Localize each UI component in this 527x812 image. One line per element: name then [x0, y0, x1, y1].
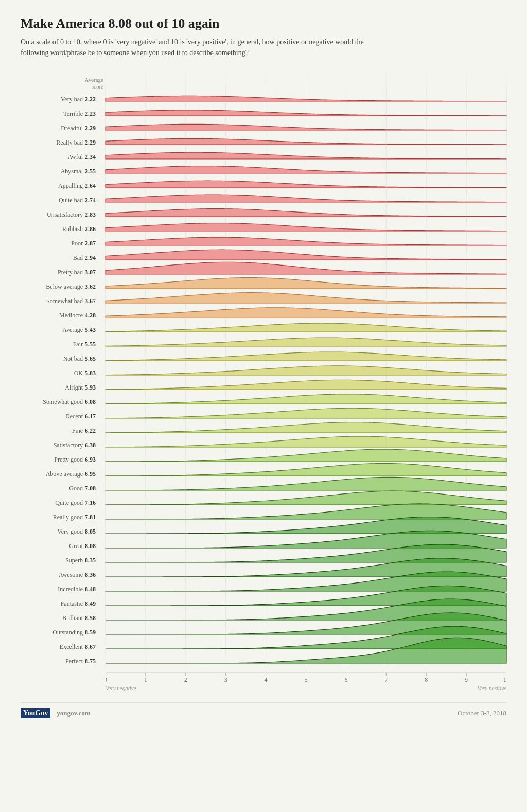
label-score: 8.49 [85, 600, 103, 608]
label-word: Alright [65, 384, 83, 392]
brand-logo: YouGov [21, 708, 50, 718]
labels-column: Averagescore Very bad2.22Terrible2.23Dre… [21, 74, 106, 692]
label-word: Awesome [59, 571, 83, 579]
label-row: Decent6.17 [21, 409, 103, 423]
label-word: Bad [73, 254, 83, 262]
label-row: Very bad2.22 [21, 92, 103, 107]
label-word: Satisfactory [54, 442, 83, 449]
label-score: 6.93 [85, 456, 103, 464]
avg-score-header: Averagescore [85, 74, 103, 92]
label-score: 2.22 [85, 96, 103, 103]
label-score: 2.87 [85, 240, 103, 248]
label-score: 8.35 [85, 557, 103, 564]
label-word: Pretty bad [58, 269, 83, 276]
label-score: 8.59 [85, 629, 103, 637]
label-score: 8.58 [85, 614, 103, 622]
label-score: 2.74 [85, 197, 103, 204]
footer-date: October 3-8, 2018 [458, 709, 506, 717]
label-word: Very bad [61, 96, 83, 103]
label-row: Not bad5.65 [21, 351, 103, 366]
ridgeline-row [106, 654, 506, 668]
svg-text:9: 9 [465, 676, 468, 683]
svg-text:10: 10 [503, 676, 506, 683]
label-row: Fair5.55 [21, 337, 103, 351]
label-word: Outstanding [52, 629, 83, 637]
label-score: 4.28 [85, 312, 103, 320]
label-score: 3.62 [85, 283, 103, 291]
svg-text:2: 2 [184, 676, 187, 683]
svg-text:7: 7 [384, 676, 388, 683]
label-word: Unsatisfactory [47, 211, 83, 219]
label-score: 7.16 [85, 499, 103, 507]
x-axis-svg: 0Very negative12345678910Very positive [106, 672, 506, 692]
label-word: Mediocre [59, 312, 83, 320]
label-word: Fine [72, 427, 83, 435]
label-score: 6.22 [85, 427, 103, 435]
label-row: Awful2.34 [21, 150, 103, 164]
label-word: Quite bad [59, 197, 83, 204]
label-word: Brilliant [62, 614, 83, 622]
label-word: Awful [67, 153, 83, 161]
label-row: Fine6.22 [21, 423, 103, 438]
label-word: Appalling [58, 182, 83, 190]
label-score: 8.67 [85, 643, 103, 651]
label-row: Great8.08 [21, 539, 103, 553]
label-word: Somewhat good [43, 398, 83, 406]
label-word: Really bad [56, 139, 83, 147]
label-score: 6.95 [85, 470, 103, 478]
label-score: 2.86 [85, 225, 103, 233]
svg-text:1: 1 [144, 676, 147, 683]
svg-text:0: 0 [106, 676, 107, 683]
label-score: 5.83 [85, 369, 103, 377]
label-score: 2.34 [85, 153, 103, 161]
label-score: 5.65 [85, 355, 103, 363]
label-row: Above average6.95 [21, 467, 103, 481]
label-row: Good7.08 [21, 481, 103, 496]
svg-text:Very negative: Very negative [106, 685, 136, 691]
label-row: Brilliant8.58 [21, 611, 103, 625]
label-word: Very good [57, 528, 83, 536]
label-row: Bad2.94 [21, 251, 103, 265]
label-score: 8.08 [85, 542, 103, 550]
label-row: Appalling2.64 [21, 179, 103, 193]
label-row: OK5.83 [21, 366, 103, 380]
label-row: Superb8.35 [21, 553, 103, 568]
label-row: Satisfactory6.38 [21, 438, 103, 452]
label-word: Average [62, 326, 83, 334]
label-row: Quite bad2.74 [21, 193, 103, 207]
label-score: 5.55 [85, 341, 103, 348]
label-score: 8.05 [85, 528, 103, 536]
label-row: Excellent8.67 [21, 640, 103, 654]
label-word: Fantastic [61, 600, 83, 608]
label-row: Somewhat good6.08 [21, 395, 103, 409]
label-word: Excellent [60, 643, 83, 651]
ridgeline-column: 0Very negative12345678910Very positive [106, 74, 506, 692]
label-word: Decent [65, 413, 83, 420]
label-word: Perfect [65, 658, 83, 665]
label-score: 2.55 [85, 168, 103, 175]
label-score: 3.67 [85, 297, 103, 305]
label-row: Terrible2.23 [21, 107, 103, 121]
label-score: 8.36 [85, 571, 103, 579]
svg-text:Very positive: Very positive [477, 685, 506, 691]
label-word: Above average [46, 470, 83, 478]
label-score: 8.48 [85, 586, 103, 593]
svg-text:4: 4 [265, 676, 268, 683]
label-row: Pretty good6.93 [21, 452, 103, 467]
label-row: Abysmal2.55 [21, 164, 103, 179]
label-row: Mediocre4.28 [21, 308, 103, 323]
label-word: Abysmal [61, 168, 83, 175]
footer-brand: YouGov yougov.com [21, 708, 91, 718]
label-score: 6.17 [85, 413, 103, 420]
label-row: Fantastic8.49 [21, 596, 103, 611]
chart-title: Make America 8.08 out of 10 again [21, 15, 506, 31]
label-score: 2.94 [85, 254, 103, 262]
label-row: Pretty bad3.07 [21, 265, 103, 279]
label-word: Good [69, 485, 83, 492]
label-word: Dreadful [61, 125, 83, 132]
label-row: Rubbish2.86 [21, 222, 103, 236]
label-row: Awesome8.36 [21, 568, 103, 582]
label-word: Fair [73, 341, 83, 348]
label-word: OK [74, 369, 83, 377]
label-row: Outstanding8.59 [21, 625, 103, 640]
